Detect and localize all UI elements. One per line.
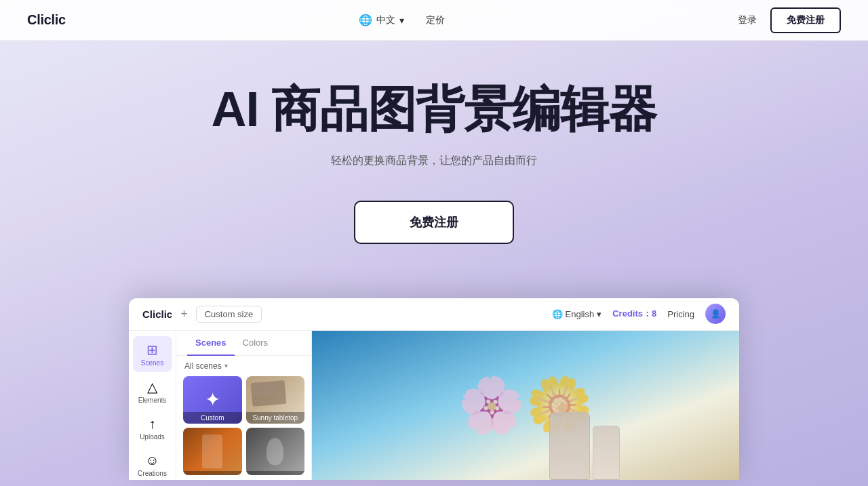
chevron-down-icon: ▾ xyxy=(597,309,601,319)
app-custom-size-button[interactable]: Custom size xyxy=(196,306,262,323)
hero-title: AI 商品图背景编辑器 xyxy=(211,81,656,138)
chevron-down-icon: ▾ xyxy=(224,362,228,369)
app-lang-label: English xyxy=(566,309,595,319)
flower-decoration: 🌸🌼 xyxy=(312,331,739,480)
elements-icon: △ xyxy=(147,379,157,395)
sidebar-elements-label: Elements xyxy=(138,397,167,404)
canvas-image: 🌸🌼 xyxy=(312,331,739,480)
app-sidebar: ⊞ Scenes △ Elements ↑ Uploads ☺ Creation… xyxy=(129,331,176,480)
navbar: Cliclic 🌐 中文 ▾ 定价 登录 免费注册 xyxy=(0,0,868,41)
panel-tabs: Scenes Colors xyxy=(176,331,311,356)
globe-icon: 🌐 xyxy=(552,309,563,319)
app-preview: Cliclic + Custom size 🌐 English ▾ Credit… xyxy=(129,298,739,480)
chevron-down-icon: ▾ xyxy=(399,15,404,26)
scene-4-label xyxy=(246,471,305,475)
sparkle-icon: ✦ xyxy=(205,388,220,411)
app-topbar-right: 🌐 English ▾ Credits：8 Pricing 👤 xyxy=(552,304,726,324)
nav-pricing-link[interactable]: 定价 xyxy=(426,14,445,26)
app-panel: Scenes Colors All scenes ▾ ✦ Custom xyxy=(176,331,312,480)
scene-sunny-tabletop-label: Sunny tabletop xyxy=(246,412,305,424)
scene-item-4[interactable] xyxy=(246,428,305,475)
hero-subtitle: 轻松的更换商品背景，让您的产品自由而行 xyxy=(331,154,537,168)
upload-icon: ↑ xyxy=(149,416,156,432)
scene-custom-label: Custom xyxy=(183,412,242,424)
scene-item-custom[interactable]: ✦ Custom xyxy=(183,376,242,424)
sidebar-item-elements[interactable]: △ Elements xyxy=(133,373,172,409)
scene-item-sunny-tabletop[interactable]: Sunny tabletop xyxy=(246,376,305,424)
grid-icon: ⊞ xyxy=(146,342,158,358)
product-bottle-1 xyxy=(549,412,590,480)
nav-register-button[interactable]: 免费注册 xyxy=(770,7,841,33)
nav-login-button[interactable]: 登录 xyxy=(738,14,757,26)
scenes-grid: ✦ Custom Sunny tabletop xyxy=(176,376,311,480)
sidebar-uploads-label: Uploads xyxy=(140,433,165,441)
product-bottle-2 xyxy=(593,426,620,480)
nav-logo: Cliclic xyxy=(27,12,66,28)
tab-colors[interactable]: Colors xyxy=(235,331,277,356)
filter-label: All scenes xyxy=(184,361,222,371)
scene-3-label xyxy=(183,471,242,475)
app-pricing-link[interactable]: Pricing xyxy=(667,309,694,319)
hero-section: AI 商品图背景编辑器 轻松的更换商品背景，让您的产品自由而行 免费注册 Cli… xyxy=(0,0,868,486)
avatar-initials: 👤 xyxy=(711,309,721,319)
nav-center: 🌐 中文 ▾ 定价 xyxy=(359,14,445,26)
app-add-button[interactable]: + xyxy=(180,307,188,321)
creations-icon: ☺ xyxy=(145,453,159,468)
tab-scenes[interactable]: Scenes xyxy=(187,331,235,356)
sidebar-item-scenes[interactable]: ⊞ Scenes xyxy=(133,336,172,372)
nav-right: 登录 免费注册 xyxy=(738,7,841,33)
globe-icon: 🌐 xyxy=(359,14,372,26)
app-body: ⊞ Scenes △ Elements ↑ Uploads ☺ Creation… xyxy=(129,331,739,480)
app-canvas: 🌸🌼 xyxy=(312,331,739,480)
sidebar-creations-label: Creations xyxy=(138,470,167,477)
panel-filter[interactable]: All scenes ▾ xyxy=(176,356,311,376)
app-topbar: Cliclic + Custom size 🌐 English ▾ Credit… xyxy=(129,298,739,331)
avatar: 👤 xyxy=(705,304,726,324)
nav-language-selector[interactable]: 🌐 中文 ▾ xyxy=(359,14,404,26)
sidebar-scenes-label: Scenes xyxy=(141,359,163,367)
nav-lang-label: 中文 xyxy=(376,14,395,26)
app-logo: Cliclic xyxy=(142,308,172,320)
app-topbar-left: Cliclic + Custom size xyxy=(142,306,262,323)
app-language-selector[interactable]: 🌐 English ▾ xyxy=(552,309,602,319)
sidebar-item-uploads[interactable]: ↑ Uploads xyxy=(133,411,172,446)
scene-item-3[interactable] xyxy=(183,428,242,475)
app-credits-display: Credits：8 xyxy=(612,308,656,320)
sidebar-item-creations[interactable]: ☺ Creations xyxy=(133,447,172,480)
hero-cta-button[interactable]: 免费注册 xyxy=(354,201,514,244)
